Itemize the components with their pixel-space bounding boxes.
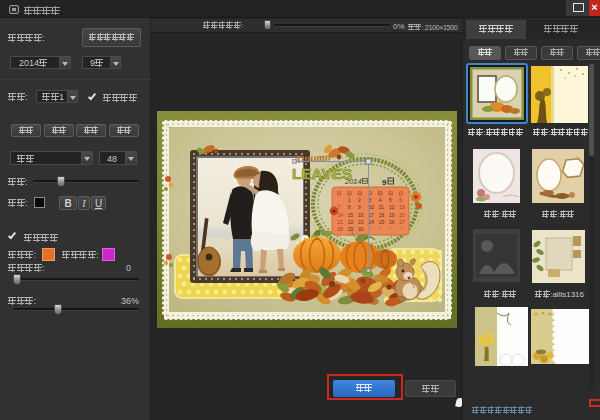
svg-text:30: 30 (358, 226, 364, 232)
svg-text:28: 28 (338, 226, 344, 232)
svg-text:22: 22 (348, 219, 354, 225)
svg-text:20: 20 (399, 212, 405, 218)
svg-text:21: 21 (338, 219, 344, 225)
svg-text:18: 18 (379, 212, 385, 218)
svg-text:6: 6 (399, 197, 402, 203)
svg-text:1: 1 (348, 197, 351, 203)
svg-text:9: 9 (358, 204, 361, 210)
svg-text:16: 16 (358, 212, 364, 218)
svg-text:5: 5 (389, 197, 392, 203)
svg-text:23: 23 (358, 219, 364, 225)
svg-text:8: 8 (348, 204, 351, 210)
svg-text:26: 26 (389, 219, 395, 225)
svg-text:17: 17 (368, 212, 374, 218)
svg-text:25: 25 (379, 219, 385, 225)
svg-text:9: 9 (382, 178, 387, 187)
svg-text:10: 10 (368, 204, 374, 210)
svg-text:27: 27 (399, 219, 405, 225)
svg-text:12: 12 (389, 204, 395, 210)
svg-text:24: 24 (368, 219, 374, 225)
svg-text:14: 14 (338, 212, 344, 218)
svg-text:13: 13 (399, 204, 405, 210)
svg-text:LEAVES: LEAVES (292, 165, 352, 182)
svg-text:15: 15 (348, 212, 354, 218)
svg-text:11: 11 (379, 204, 384, 210)
svg-text:2: 2 (358, 197, 361, 203)
svg-text:4: 4 (379, 197, 382, 203)
svg-text:19: 19 (389, 212, 395, 218)
